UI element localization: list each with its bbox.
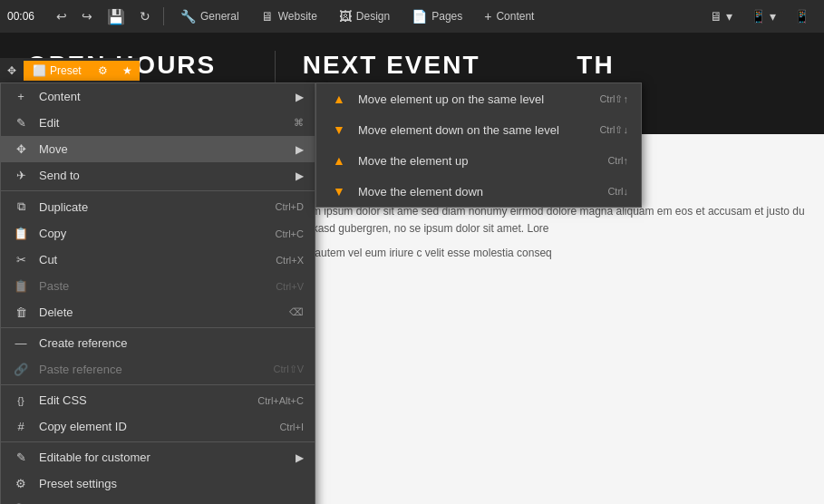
submenu-move-down-same[interactable]: ▼ Move element down on the same level Ct… [316,114,641,145]
move-down-same-shortcut: Ctrl⇧↓ [599,124,628,136]
menu-item-delete[interactable]: 🗑 Delete ⌫ [1,299,315,325]
move-down-same-icon: ▼ [329,122,349,137]
time-display: 00:06 [7,10,40,23]
redo-button[interactable]: ↪ [76,5,98,27]
mobile-device-btn[interactable]: 📱 [787,5,817,27]
submenu-move-down[interactable]: ▼ Move the element down Ctrl↓ [316,176,641,207]
nav-website[interactable]: 🖥 Website [252,5,326,27]
menu-divider-1 [1,190,315,191]
menu-item-editable[interactable]: ✎ Editable for customer ▶ [1,444,315,470]
nav-pages[interactable]: 📄 Pages [402,5,471,27]
menu-item-edit-css[interactable]: {} Edit CSS Ctrl+Alt+C [1,387,315,413]
cut-shortcut: Ctrl+X [276,255,304,266]
copy-icon: 📋 [12,227,30,240]
nav-general[interactable]: 🔧 General [171,5,248,27]
edit-menu-icon: ✎ [12,116,30,130]
preset-settings-icon: ⚙ [12,477,30,490]
duplicate-icon: ⧉ [12,199,30,214]
undo-button[interactable]: ↩ [51,5,73,27]
menu-item-copy-id[interactable]: # Copy element ID Ctrl+I [1,413,315,440]
menu-item-copy[interactable]: 📋 Copy Ctrl+C [1,220,315,247]
menu-item-edit-label: Edit [39,116,294,130]
edit-shortcut: ⌘ [294,117,304,129]
edit-css-shortcut: Ctrl+Alt+C [257,395,304,406]
move-up-icon: ▲ [329,153,349,168]
pages-icon: 📄 [412,9,427,24]
copy-shortcut: Ctrl+C [276,228,304,239]
about-para2: Duis autem vel eum iriure c velit esse m… [290,245,806,262]
menu-item-preset-settings[interactable]: ⚙ Preset settings [1,470,315,497]
menu-item-paste-label: Paste [39,279,276,293]
menu-item-content-label: Content [39,90,288,103]
move-down-shortcut: Ctrl↓ [607,186,628,197]
menu-item-copy-id-label: Copy element ID [39,420,279,433]
nav-design[interactable]: 🖼 Design [330,5,399,27]
content-arrow-icon: ▶ [296,91,304,103]
move-menu-icon: ✥ [12,142,30,156]
submenu-move-up-same-label: Move element up on the same level [358,92,599,106]
toolbar-separator [163,7,164,25]
edit-css-icon: {} [12,395,30,406]
copy-id-shortcut: Ctrl+I [279,422,304,432]
third-col-title: TH [577,51,797,80]
submenu-move-down-same-label: Move element down on the same level [358,123,599,137]
menu-item-move-label: Move [39,142,288,156]
save-button[interactable]: 💾 [102,5,131,29]
delete-icon: 🗑 [12,305,30,319]
menu-item-send-label: Send to [39,169,288,182]
menu-item-content[interactable]: + Content ▶ [1,83,315,110]
move-up-same-shortcut: Ctrl⇧↑ [599,93,628,105]
delete-shortcut: ⌫ [289,306,304,318]
editable-icon: ✎ [12,451,30,464]
move-up-same-icon: ▲ [329,92,349,106]
paste-ref-shortcut: Ctrl⇧V [274,363,304,375]
duplicate-shortcut: Ctrl+D [276,201,304,212]
menu-divider-4 [1,441,315,442]
preset-label-btn[interactable]: ⬜ Preset [24,61,91,81]
preset-gear-btn[interactable]: ⚙ [91,61,115,81]
menu-item-create-ref[interactable]: — Create reference [1,330,315,356]
cut-icon: ✂ [12,253,30,267]
about-para1: Lorem ipsum dolor sit ame sed diam nonum… [290,203,806,237]
refresh-button[interactable]: ↻ [134,5,156,27]
move-down-icon: ▼ [329,184,349,199]
menu-item-find-presets[interactable]: 🔍 Find matching presets Ctrl⇧P [1,497,315,504]
menu-item-preset-settings-label: Preset settings [39,477,304,490]
move-arrow-icon: ▶ [296,143,304,156]
main-toolbar: 00:06 ↩ ↪ 💾 ↻ 🔧 General 🖥 Website 🖼 Desi… [0,0,824,33]
content-menu-icon: + [12,90,30,103]
send-to-arrow-icon: ▶ [296,170,304,182]
menu-item-duplicate[interactable]: ⧉ Duplicate Ctrl+D [1,193,315,220]
menu-item-move[interactable]: ✥ Move ▶ [1,136,315,162]
menu-item-cut[interactable]: ✂ Cut Ctrl+X [1,247,315,273]
content-plus-icon: + [484,9,491,24]
menu-divider-2 [1,327,315,328]
design-icon: 🖼 [339,9,352,24]
menu-item-paste: 📋 Paste Ctrl+V [1,273,315,299]
move-handle-btn[interactable]: ✥ [0,61,24,81]
paste-shortcut: Ctrl+V [276,281,304,292]
menu-item-delete-label: Delete [39,305,289,319]
tablet-device-btn[interactable]: 📱 ▾ [743,5,783,27]
menu-item-edit[interactable]: ✎ Edit ⌘ [1,110,315,136]
toolbar-right: 🖥 ▾ 📱 ▾ 📱 [703,5,817,27]
nav-content[interactable]: + Content [475,5,543,27]
menu-item-send-to[interactable]: ✈ Send to ▶ [1,162,315,189]
move-submenu: ▲ Move element up on the same level Ctrl… [315,82,642,208]
menu-item-create-ref-label: Create reference [39,336,304,350]
menu-item-editable-label: Editable for customer [39,451,288,464]
menu-item-paste-ref-label: Paste reference [39,363,274,376]
submenu-move-up[interactable]: ▲ Move the element up Ctrl↑ [316,145,641,176]
menu-item-paste-ref: 🔗 Paste reference Ctrl⇧V [1,356,315,383]
preset-star-btn[interactable]: ★ [115,61,140,81]
copy-id-icon: # [12,420,30,433]
preset-bar: ✥ ⬜ Preset ⚙ ★ [0,58,140,83]
submenu-move-up-same[interactable]: ▲ Move element up on the same level Ctrl… [316,83,641,114]
desktop-device-btn[interactable]: 🖥 ▾ [703,5,740,27]
next-event-title: NEXT EVENT [303,51,523,80]
send-to-menu-icon: ✈ [12,169,30,182]
paste-icon: 📋 [12,279,30,293]
menu-divider-3 [1,384,315,385]
create-ref-icon: — [12,336,30,350]
move-up-shortcut: Ctrl↑ [607,155,628,166]
